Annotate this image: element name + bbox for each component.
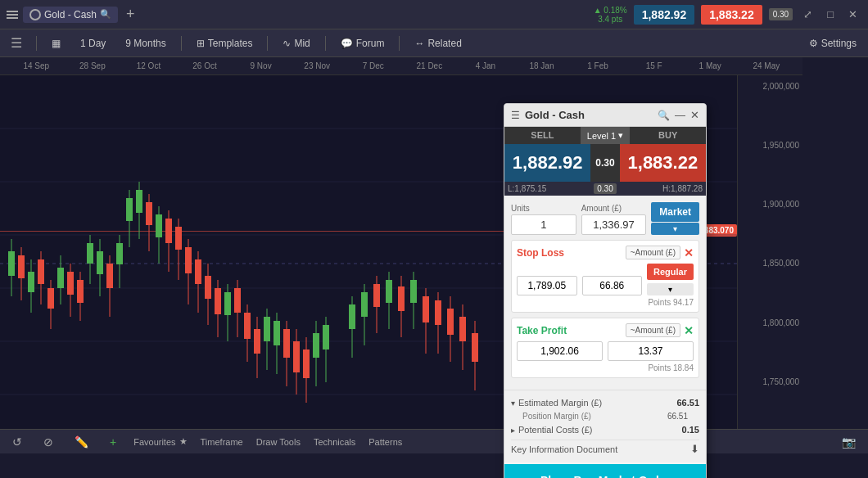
svg-rect-92 (459, 317, 466, 341)
price-label-4: 1,850,000 (741, 259, 799, 268)
price-label-6: 1,750,000 (741, 377, 799, 386)
place-order-btn[interactable]: Place Buy Market Order (504, 464, 706, 478)
estimated-margin-row[interactable]: ▾ Estimated Margin (£) 66.51 (511, 395, 699, 410)
maximize-icon[interactable]: □ (823, 7, 838, 22)
units-label: Units (511, 204, 576, 213)
templates-label: Templates (208, 38, 253, 49)
panel-icons: — ✕ (675, 109, 699, 121)
market-btn[interactable]: Market (651, 202, 699, 222)
change-pts: 3.4 pts (598, 15, 622, 24)
panel-search-icon[interactable]: 🔍 (658, 110, 670, 121)
svg-rect-36 (146, 202, 152, 225)
sidebar-toggle-icon[interactable]: ☰ (7, 34, 26, 52)
date-label-7: 7 Dec (345, 61, 401, 70)
svg-rect-84 (410, 280, 417, 303)
stop-loss-section: Stop Loss ~Amount (£) ✕ Regular ▾ Points… (511, 240, 699, 313)
position-margin-label: Position Margin (£) (522, 412, 667, 421)
bottom-timeframe[interactable]: Timeframe (201, 437, 243, 447)
stop-loss-type-btn[interactable]: ~Amount (£) (626, 246, 680, 259)
panel-close-btn[interactable]: ✕ (690, 109, 699, 121)
svg-rect-34 (136, 190, 142, 213)
take-profit-price-input[interactable] (517, 341, 603, 361)
settings-icon: ⚙ (809, 38, 818, 49)
bottom-bar: ↺ ⊘ ✏️ + Favourites ★ Timeframe Draw Too… (0, 429, 868, 453)
take-profit-close-btn[interactable]: ✕ (684, 324, 694, 337)
amount-input[interactable] (581, 214, 647, 235)
toolbar-timeframe-btn[interactable]: 1 Day (75, 36, 111, 51)
add-drawing-icon[interactable]: + (106, 434, 120, 450)
date-label-9: 4 Jan (458, 61, 514, 70)
estimated-margin-label: Estimated Margin (£) (518, 398, 676, 408)
mid-label: Mid (294, 38, 310, 49)
sell-header-label: SELL (504, 127, 581, 144)
order-panel: ☰ Gold - Cash 🔍 — ✕ SELL Level 1 ▾ BUY 1… (504, 103, 707, 478)
stop-loss-close-btn[interactable]: ✕ (684, 246, 694, 259)
related-label: Related (427, 38, 461, 49)
svg-rect-62 (274, 321, 280, 345)
patterns-label: Patterns (368, 437, 402, 447)
date-label-11: 1 Feb (570, 61, 626, 70)
bottom-draw-tools[interactable]: Draw Tools (256, 437, 301, 447)
svg-rect-80 (386, 280, 392, 303)
tab-search-icon[interactable]: 🔍 (100, 9, 111, 20)
add-tab-btn[interactable]: + (123, 6, 138, 23)
panel-minimize-btn[interactable]: — (675, 109, 685, 121)
svg-rect-70 (313, 333, 319, 358)
key-doc-download-icon[interactable]: ⬇ (690, 443, 699, 455)
svg-rect-74 (349, 304, 355, 329)
svg-rect-16 (47, 288, 54, 309)
camera-icon[interactable]: 📷 (838, 434, 860, 450)
svg-rect-76 (361, 292, 368, 317)
take-profit-type-btn[interactable]: ~Amount (£) (626, 323, 680, 337)
position-margin-value: 66.51 (667, 412, 688, 421)
toolbar-period-btn[interactable]: 9 Months (120, 36, 170, 51)
units-input[interactable] (511, 214, 576, 235)
timeframe-label: 1 Day (80, 38, 106, 49)
stop-loss-amount-input[interactable] (582, 276, 643, 295)
panel-buy-price[interactable]: 1,883.22 (620, 144, 706, 182)
svg-rect-14 (38, 259, 44, 284)
units-col: Units (511, 204, 576, 235)
svg-rect-30 (116, 243, 123, 264)
undo-icon[interactable]: ↺ (8, 434, 26, 450)
draw-icon[interactable]: ✏️ (70, 434, 93, 450)
svg-rect-26 (97, 251, 103, 274)
expand-icon[interactable]: ⤢ (799, 7, 816, 22)
svg-rect-28 (106, 264, 113, 288)
panel-header: ☰ Gold - Cash 🔍 — ✕ (504, 104, 706, 127)
margin-section: ▾ Estimated Margin (£) 66.51 Position Ma… (504, 390, 706, 462)
regular-btn[interactable]: Regular (647, 264, 694, 280)
active-tab[interactable]: Gold - Cash 🔍 (23, 7, 118, 23)
panel-sell-price[interactable]: 1,882.92 (504, 144, 590, 182)
stop-loss-label: Stop Loss (517, 247, 622, 259)
potential-costs-row[interactable]: ▸ Potential Costs (£) 0.15 (511, 422, 699, 437)
level-label: Level 1 (587, 131, 616, 141)
toolbar-grid-btn[interactable]: ▦ (47, 36, 66, 51)
bottom-patterns[interactable]: Patterns (368, 437, 402, 447)
market-chevron-btn[interactable]: ▾ (651, 223, 699, 235)
take-profit-amount-input[interactable] (608, 341, 694, 361)
top-sell-price[interactable]: 1,882.92 (634, 5, 695, 25)
toolbar-related-btn[interactable]: ↔ Related (409, 36, 466, 51)
level-selector[interactable]: Level 1 ▾ (581, 127, 630, 144)
toolbar-mid-btn[interactable]: ∿ Mid (278, 36, 314, 51)
toolbar-settings-btn[interactable]: ⚙ Settings (804, 36, 861, 51)
stop-loss-chevron-btn[interactable]: ▾ (647, 283, 694, 295)
grid-icon: ▦ (52, 38, 61, 49)
bottom-technicals[interactable]: Technicals (314, 437, 355, 447)
close-window-icon[interactable]: ✕ (844, 7, 861, 22)
toolbar-forum-btn[interactable]: 💬 Forum (336, 36, 390, 51)
hamburger-menu[interactable] (7, 11, 18, 19)
date-label-5: 9 Nov (233, 61, 289, 70)
panel-hamburger-icon[interactable]: ☰ (511, 110, 520, 121)
toolbar-templates-btn[interactable]: ⊞ Templates (192, 36, 258, 51)
no-entry-icon[interactable]: ⊘ (39, 434, 57, 450)
market-btn-wrap: Market ▾ (651, 202, 699, 235)
key-doc-row[interactable]: Key Information Document ⬇ (511, 440, 699, 458)
top-buy-price[interactable]: 1,883.22 (701, 5, 762, 25)
tab-circle-icon (29, 9, 41, 20)
take-profit-inputs (517, 341, 694, 361)
stop-loss-price-input[interactable] (517, 276, 577, 295)
bottom-favourites[interactable]: Favourites ★ (133, 436, 187, 447)
svg-rect-32 (126, 198, 133, 221)
